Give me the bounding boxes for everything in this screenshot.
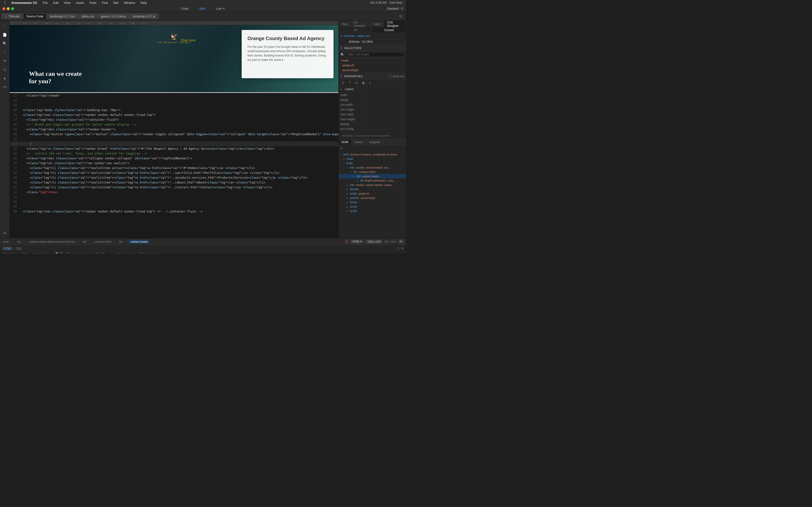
dom-tree-item[interactable]: ▸section .sectionRight	[339, 196, 406, 200]
code-line[interactable]: 41 <class="tag">li class=class="val">"na…	[10, 185, 338, 190]
refresh-btn[interactable]: ⟳	[398, 239, 404, 243]
dimensions-display[interactable]: 1301 x 370	[366, 240, 383, 243]
close-button[interactable]	[2, 7, 5, 10]
file-tool[interactable]: 📄	[1, 32, 8, 38]
bold-btn[interactable]: B	[55, 252, 59, 253]
view-split-btn[interactable]: Split	[196, 6, 208, 11]
git-tool[interactable]: ⑃	[1, 49, 8, 56]
code-line[interactable]: 46 <class="tag">nav class=class="val">"n…	[10, 209, 338, 214]
tools-icon[interactable]: ⚒	[1, 57, 8, 64]
app-name[interactable]: Dreamweaver CC	[9, 0, 40, 5]
window-controls[interactable]	[2, 7, 14, 10]
view-code-btn[interactable]: Code	[178, 6, 191, 11]
dom-tree-item[interactable]: ▾body	[339, 161, 406, 165]
props-expand-btn[interactable]: ▽	[397, 247, 399, 250]
code-line[interactable]: 40 <class="tag">li class=class="val">"na…	[10, 180, 338, 185]
code-editor[interactable]: 22 <class="tag">/head>232425 <class="tag…	[10, 93, 338, 238]
show-set-checkbox[interactable]	[389, 75, 392, 78]
all-tab[interactable]: All	[339, 27, 372, 33]
code-line[interactable]: 28 <!-- Brand and toggle get grouped for…	[10, 122, 338, 127]
add-property-btn[interactable]: +	[341, 74, 343, 78]
help-menu[interactable]: Help	[138, 0, 149, 5]
ai-icon[interactable]: Ai	[1, 229, 8, 236]
code-line[interactable]: 43	[10, 194, 338, 200]
snippets-tab[interactable]: Snippets	[366, 139, 384, 145]
tab-bootstrap-js[interactable]: bootstrap-3.3.7.js	[130, 13, 158, 19]
maximize-button[interactable]	[11, 7, 14, 10]
css-btn[interactable]: CSS	[14, 246, 23, 250]
minimize-button[interactable]	[7, 7, 10, 10]
code-line[interactable]: 34 <!-- Collect the nav links, forms, an…	[10, 151, 338, 156]
tab-source-code[interactable]: Source Code	[23, 13, 46, 19]
link-input[interactable]	[121, 253, 136, 253]
text-icon-btn[interactable]: T	[347, 80, 353, 85]
code-line[interactable]: 27 <class="tag">div class=class="val">"c…	[10, 117, 338, 122]
title-input[interactable]	[72, 253, 92, 253]
dom-tree-item[interactable]: ▸footer	[339, 200, 406, 205]
border-icon-btn[interactable]: ⊟	[354, 80, 359, 85]
format-selector[interactable]: HTML ▾	[350, 239, 364, 243]
code-line[interactable]: 32 |	[10, 142, 338, 146]
file-tab-tna[interactable]: ✕ TNA.dwt	[2, 13, 23, 19]
tab-styles-css[interactable]: styles.css	[78, 13, 97, 19]
dom-tree-item[interactable]: ▾nav .navbar .navbar-default .nav...	[339, 165, 406, 170]
close-icon[interactable]: ✕	[5, 15, 7, 18]
add-source-btn[interactable]: +	[341, 34, 343, 38]
code-line[interactable]: 26 <class="tag">nav class=class="val">"n…	[10, 113, 338, 117]
code-line[interactable]: 38 <class="tag">li class=class="val">"na…	[10, 170, 338, 175]
code-line[interactable]: 31	[10, 137, 338, 142]
dom-tree-item[interactable]: ▸nav .navbar .navbar-default .navba...	[339, 183, 406, 187]
dom-tree-item[interactable]: ▸script	[339, 209, 406, 213]
code-line[interactable]: 24	[10, 103, 338, 108]
select-tool[interactable]: ⬚	[1, 23, 8, 30]
view-live-btn[interactable]: Live ▼	[213, 6, 228, 11]
breadcrumb-navbar-header[interactable]: .navbar-header	[129, 240, 150, 243]
dom-tree-item[interactable]: ▾html .wf-actor-n4-active .wf-alfaslab-n…	[339, 152, 406, 157]
preview-tool[interactable]: ◈	[1, 75, 8, 81]
layout-row[interactable]: ▸ Layout	[339, 87, 406, 92]
tools-menu[interactable]: Tools	[87, 0, 99, 5]
code-line[interactable]: 30 <class="tag">button type=class="val">…	[10, 132, 338, 137]
dom-tree-item[interactable]: ▸aside .asideLeft	[339, 191, 406, 196]
filter-input[interactable]	[346, 52, 404, 57]
layout-icon-btn[interactable]: ⊡	[340, 80, 346, 85]
dom-tree-item[interactable]: ▾div .navbar-header	[339, 174, 406, 178]
apple-menu[interactable]: 	[1, 0, 9, 5]
class-input[interactable]: .navbar-header	[30, 252, 51, 253]
dom-add-btn[interactable]: +	[339, 145, 406, 151]
code-line[interactable]: 44	[10, 200, 338, 204]
tab-jquery[interactable]: jquery-1.11.3.min.js	[98, 13, 129, 19]
sources-label[interactable]: Sources : styles.css	[344, 34, 404, 38]
breadcrumb-nav[interactable]: nav	[15, 240, 23, 243]
dom-tree-item[interactable]: ▸script	[339, 205, 406, 209]
tab-filter-icon[interactable]: ⊟	[398, 14, 404, 18]
props-close-btn[interactable]: ✕	[401, 247, 404, 250]
assets-tab[interactable]: Assets	[351, 139, 366, 145]
site-menu[interactable]: Site	[111, 0, 121, 5]
code-line[interactable]: 42 <class="tag">/nav>	[10, 190, 338, 194]
target-input[interactable]	[148, 253, 162, 253]
window-menu[interactable]: Window	[121, 0, 138, 5]
code-line[interactable]: 35 <class="tag">div class=class="val">"c…	[10, 156, 338, 161]
background-icon-btn[interactable]: ▣	[360, 80, 366, 85]
settings-icon[interactable]: ⚙	[401, 7, 404, 10]
add-selector-btn[interactable]: +	[341, 46, 343, 50]
current-tab[interactable]: Current	[372, 27, 406, 33]
selector-footer[interactable]: footer	[339, 58, 406, 63]
code-line[interactable]: 36 <class="tag">ul class=class="val">"na…	[10, 161, 338, 166]
selector-asideleft[interactable]: .asideLeft	[339, 63, 406, 68]
code-line[interactable]: 45	[10, 204, 338, 209]
selector-sectionright[interactable]: .sectionRight	[339, 68, 406, 73]
view-menu[interactable]: View	[61, 0, 73, 5]
code-line[interactable]: 39 <class="tag">li class=class="val">"na…	[10, 175, 338, 180]
breadcrumb-div2[interactable]: div	[117, 240, 124, 243]
search-tool[interactable]: 🔍	[1, 40, 8, 47]
insert-menu[interactable]: Insert	[73, 0, 86, 5]
dom-tree-item[interactable]: ▸head	[339, 157, 406, 161]
extract-tool[interactable]: ⊡	[1, 66, 8, 73]
code-line[interactable]: 33 <class="tag">a class=class="val">"nav…	[10, 146, 338, 151]
css-designer-tab[interactable]: CSS Designer	[384, 21, 406, 29]
more-icon-btn[interactable]: ≡	[367, 80, 373, 85]
italic-btn[interactable]: I	[60, 252, 63, 253]
code-line[interactable]: 25 <class="tag">body style=class="val">"…	[10, 108, 338, 113]
